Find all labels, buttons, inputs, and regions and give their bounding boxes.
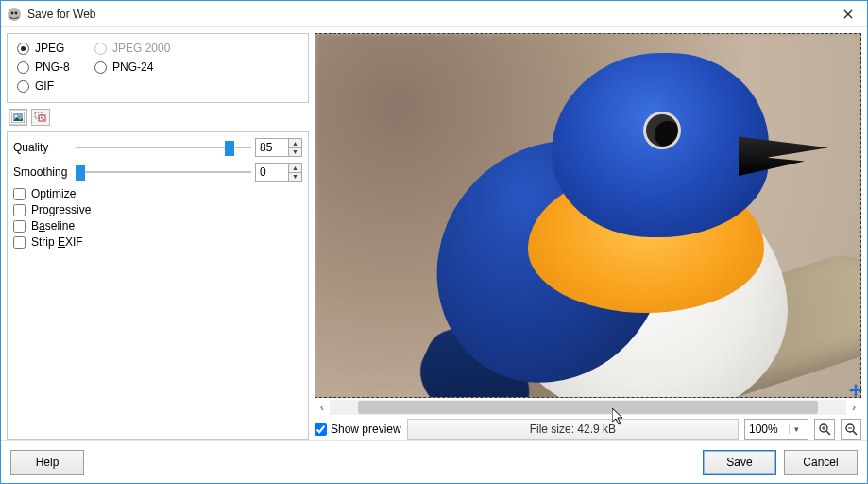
jpeg-options-panel: Quality ▲ ▼ Smoothing <box>7 131 309 440</box>
quality-down[interactable]: ▼ <box>289 148 301 157</box>
radio-png24-label: PNG-24 <box>112 60 153 74</box>
check-optimize-label: Optimize <box>31 187 76 200</box>
smoothing-slider-thumb[interactable] <box>76 165 85 181</box>
tab-resize[interactable] <box>31 109 50 126</box>
smoothing-up[interactable]: ▲ <box>289 164 301 173</box>
radio-png24-input[interactable] <box>94 61 107 74</box>
radio-png8-label: PNG-8 <box>35 60 70 74</box>
help-button[interactable]: Help <box>10 450 84 475</box>
radio-gif[interactable]: GIF <box>17 79 85 93</box>
radio-gif-input[interactable] <box>17 80 29 93</box>
svg-line-13 <box>853 431 857 435</box>
zoom-in-button[interactable] <box>814 419 835 440</box>
scroll-right-button[interactable]: › <box>846 400 861 415</box>
zoom-value: 100% <box>749 423 789 436</box>
check-stripexif[interactable]: Strip EXIF <box>13 235 302 249</box>
check-baseline-input[interactable] <box>13 220 26 233</box>
check-stripexif-label: Strip EXIF <box>31 235 83 249</box>
dialog-body: JPEG JPEG 2000 PNG-8 PNG-24 GIF <box>1 27 867 440</box>
right-panel: ‹ › Show preview File size: 42.9 kB 100%… <box>315 33 861 440</box>
tab-image[interactable] <box>9 109 27 126</box>
quality-label: Quality <box>13 141 72 154</box>
radio-jpeg[interactable]: JPEG <box>17 42 85 55</box>
smoothing-label: Smoothing <box>13 165 72 179</box>
filesize-display: File size: 42.9 kB <box>407 419 739 440</box>
radio-jpeg-input[interactable] <box>17 43 29 55</box>
move-icon[interactable] <box>848 383 863 398</box>
quality-slider-thumb[interactable] <box>225 141 234 156</box>
radio-jpeg2000-label: JPEG 2000 <box>112 42 170 55</box>
radio-jpeg2000: JPEG 2000 <box>94 42 179 55</box>
check-progressive[interactable]: Progressive <box>13 203 302 216</box>
radio-jpeg2000-input <box>94 43 107 55</box>
scroll-track[interactable] <box>330 400 846 415</box>
quality-slider[interactable] <box>76 139 251 156</box>
smoothing-input[interactable] <box>256 164 288 181</box>
zoom-out-button[interactable] <box>841 419 861 440</box>
quality-up[interactable]: ▲ <box>289 139 301 148</box>
window-title: Save for Web <box>27 8 829 21</box>
check-baseline[interactable]: Baseline <box>13 219 302 233</box>
dialog-footer: Help Save Cancel <box>1 440 867 483</box>
quality-spin[interactable]: ▲ ▼ <box>255 138 302 157</box>
radio-jpeg-label: JPEG <box>35 42 64 55</box>
quality-row: Quality ▲ ▼ <box>13 138 302 157</box>
close-button[interactable] <box>829 1 867 27</box>
radio-png24[interactable]: PNG-24 <box>94 60 179 74</box>
app-icon <box>7 7 22 22</box>
preview-statusbar: Show preview File size: 42.9 kB 100% ▾ <box>315 419 861 440</box>
smoothing-row: Smoothing ▲ ▼ <box>13 163 302 182</box>
show-preview-label: Show preview <box>331 423 401 436</box>
check-baseline-label: Baseline <box>31 219 75 233</box>
preview-h-scrollbar[interactable]: ‹ › <box>315 400 861 415</box>
show-preview-check[interactable]: Show preview <box>315 423 401 436</box>
svg-line-9 <box>826 431 830 435</box>
quality-input[interactable] <box>256 139 288 156</box>
chevron-down-icon[interactable]: ▾ <box>789 424 804 434</box>
scroll-thumb[interactable] <box>358 401 818 414</box>
left-panel: JPEG JPEG 2000 PNG-8 PNG-24 GIF <box>7 33 309 440</box>
check-progressive-input[interactable] <box>13 204 26 216</box>
preview-image <box>315 34 860 397</box>
preview-area[interactable] <box>315 33 861 398</box>
zoom-combobox[interactable]: 100% ▾ <box>744 419 808 440</box>
cancel-button[interactable]: Cancel <box>784 450 858 475</box>
check-stripexif-input[interactable] <box>13 236 26 249</box>
option-tabs <box>7 109 309 126</box>
check-optimize[interactable]: Optimize <box>13 187 302 200</box>
save-for-web-dialog: Save for Web JPEG JPEG 2000 PNG-8 <box>0 0 868 484</box>
svg-point-2 <box>15 11 18 14</box>
check-optimize-input[interactable] <box>13 188 26 200</box>
format-group: JPEG JPEG 2000 PNG-8 PNG-24 GIF <box>7 33 309 103</box>
scroll-left-button[interactable]: ‹ <box>315 400 330 415</box>
save-button[interactable]: Save <box>703 450 776 475</box>
show-preview-input[interactable] <box>315 424 327 436</box>
radio-png8-input[interactable] <box>17 61 29 74</box>
check-progressive-label: Progressive <box>31 203 91 216</box>
svg-point-1 <box>11 11 14 14</box>
svg-point-5 <box>15 115 18 118</box>
radio-png8[interactable]: PNG-8 <box>17 60 85 74</box>
smoothing-slider[interactable] <box>76 164 251 181</box>
filesize-text: File size: 42.9 kB <box>530 423 616 436</box>
smoothing-spin[interactable]: ▲ ▼ <box>255 163 302 182</box>
titlebar: Save for Web <box>1 1 867 27</box>
radio-gif-label: GIF <box>35 79 54 93</box>
smoothing-down[interactable]: ▼ <box>289 173 301 182</box>
